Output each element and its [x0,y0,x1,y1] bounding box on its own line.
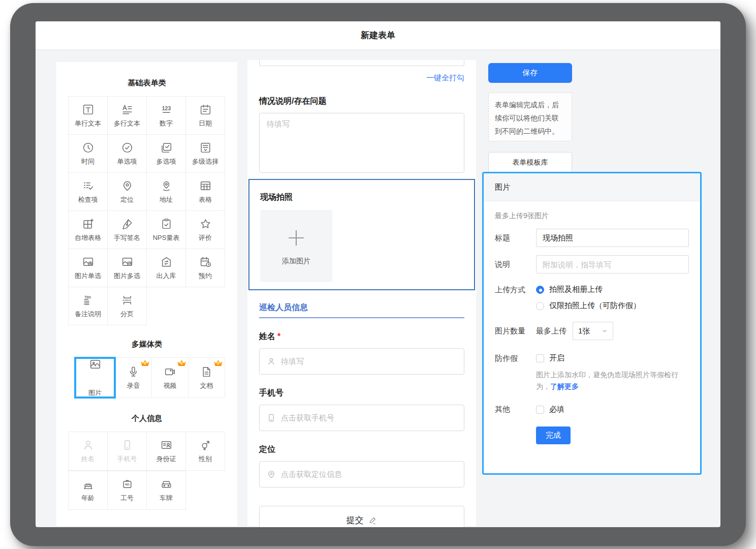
sidebar-item-multi-choice[interactable]: 多选项 [146,134,186,173]
sidebar-item-image[interactable]: 图片 [75,357,115,398]
anti-fake-helper-text: 图片上添加水印，避免伪造现场照片等假检行为，了解更多 [536,369,689,392]
header: 新建表单 [36,21,720,49]
sidebar-item-license-plate[interactable]: 车牌 [146,471,186,510]
sidebar-item-location[interactable]: 定位 [107,172,147,211]
mobile-icon [121,439,134,451]
group-title-multimedia: 多媒体类 [56,340,237,349]
done-button[interactable]: 完成 [536,426,571,444]
radio-selected-icon[interactable] [536,286,544,294]
max-upload-prefix: 最多上传 [536,326,566,336]
sidebar-item-date[interactable]: 日期 [185,96,225,135]
check-all-link[interactable]: 一键全打勾 [259,73,464,83]
upload-method-options: 拍照及相册上传 仅限拍照上传（可防作假） [536,285,641,311]
sidebar-item-employee-id[interactable]: NO 工号 [107,471,147,510]
sidebar-item-single-choice[interactable]: 单选项 [107,134,147,173]
sidebar-item-address[interactable]: 地址 [146,172,186,211]
sidebar-item-multi-line-text[interactable]: 多行文本 [107,96,147,135]
sidebar-item-table[interactable]: 表格 [185,172,225,211]
title-label: 标题 [495,233,536,243]
check-item-icon [82,179,94,192]
sidebar-item-name[interactable]: 姓名 [68,432,108,471]
qr-association-tip: 表单编辑完成后，后续你可以将他们关联到不同的二维码中。 [488,93,572,141]
submit-button[interactable]: 提交 [259,506,464,527]
group-title-basic: 基础表单类 [56,62,237,88]
single-line-text-icon [82,103,94,116]
sidebar-item-time[interactable]: 时间 [68,134,108,173]
add-image-button[interactable]: 添加图片 [260,210,332,282]
multi-choice-icon [160,141,173,154]
sidebar-item-document[interactable]: V 文档 [188,357,225,398]
upload-option-camera-album[interactable]: 拍照及相册上传 [536,285,641,294]
sidebar-item-auto-table[interactable]: 自增表格 [68,210,108,249]
gender-icon [199,439,212,451]
location-icon [121,179,134,192]
pencil-icon [368,515,377,525]
sidebar-item-mobile[interactable]: 手机号 [107,432,147,471]
title-row: 标题 [495,229,689,247]
table-icon [199,179,212,192]
inventory-icon [160,256,173,268]
radio-unselected-icon[interactable] [536,302,544,310]
rating-star-icon [199,218,212,230]
sidebar-item-cascade-select[interactable]: 多级选择 [185,134,225,173]
sidebar-item-audio[interactable]: V 录音 [115,357,152,398]
template-library-button[interactable]: 表单模板库 [488,152,572,173]
video-icon [164,365,176,378]
max-count-select[interactable]: 1张 [573,322,613,340]
phone-input[interactable]: 点击获取手机号 [259,405,464,431]
remark-note-icon: Title [82,294,94,307]
image-multi-icon [121,256,134,268]
upload-limit-note: 最多上传9张图片 [495,211,700,221]
form-preview: 一键全打勾 情况说明/存在问题 待填写 现场拍照 添加图片 巡检人员信息 姓名*… [247,60,476,526]
sidebar-item-nps-scale[interactable]: NPS量表 [146,210,186,249]
truncated-field-input[interactable] [259,60,464,66]
panel-title: 图片 [484,173,700,201]
booking-icon [199,256,212,268]
name-input[interactable]: 待填写 [259,348,464,375]
sidebar-item-image-multi[interactable]: 图片多选 [107,249,147,287]
sidebar-item-image-single[interactable]: 图片单选 [68,249,108,287]
sidebar-item-single-line-text[interactable]: 单行文本 [68,96,108,135]
sidebar-item-id-card[interactable]: 身份证 [146,432,186,471]
required-toggle[interactable]: 必填 [536,405,564,414]
situation-textarea[interactable]: 待填写 [259,113,464,173]
description-input[interactable] [536,255,689,273]
basic-field-grid: 单行文本 多行文本 123 数字 日期 时间 单选项 [68,96,225,325]
document-icon [200,365,213,378]
audio-icon [127,365,140,378]
checkbox-icon[interactable] [536,354,544,362]
sidebar-item-gender[interactable]: 性别 [185,432,225,471]
sidebar-item-video[interactable]: V 视频 [151,357,188,398]
save-button[interactable]: 保存 [488,63,572,83]
sidebar-item-page-break[interactable]: 分页 [107,287,147,325]
sidebar-item-rating[interactable]: 评价 [185,210,225,249]
vip-badge: V [214,359,223,366]
signature-icon [121,218,134,230]
image-count-label: 图片数量 [495,326,536,336]
vip-badge: V [177,359,186,366]
page-break-icon [121,294,134,307]
image-field-settings-panel: 图片 最多上传9张图片 标题 说明 上传方式 拍照及相册上传 仅限拍照上传（可防… [482,172,702,475]
sidebar-item-number[interactable]: 123 数字 [146,96,186,135]
anti-fake-toggle[interactable]: 开启 [536,353,689,363]
app-window: 新建表单 基础表单类 单行文本 多行文本 123 数字 日期 时间 [36,21,720,527]
multi-line-text-icon [121,103,134,116]
location-input[interactable]: 点击获取定位信息 [259,461,464,487]
single-choice-icon [121,141,134,154]
sidebar-item-remark-note[interactable]: Title 备注说明 [68,287,108,325]
checkbox-icon[interactable] [536,406,544,414]
learn-more-link[interactable]: 了解更多 [550,382,579,390]
map-pin-icon [267,470,276,479]
sidebar-item-inventory[interactable]: 出入库 [146,249,186,287]
upload-option-camera-only[interactable]: 仅限拍照上传（可防作假） [536,301,641,311]
title-input[interactable] [536,229,689,247]
photo-field-label: 现场拍照 [260,192,463,203]
sidebar-item-signature[interactable]: 手写签名 [107,210,147,249]
sidebar-item-check-item[interactable]: 检查项 [68,172,108,211]
image-icon [89,358,102,371]
sidebar-item-age[interactable]: 年龄 [68,471,108,510]
selected-photo-field-block[interactable]: 现场拍照 添加图片 [248,179,475,290]
upload-method-label: 上传方式 [495,285,536,295]
sidebar-item-booking[interactable]: 预约 [185,249,225,287]
anti-fake-row: 防作假 开启 图片上添加水印，避免伪造现场照片等假检行为，了解更多 [495,353,689,392]
